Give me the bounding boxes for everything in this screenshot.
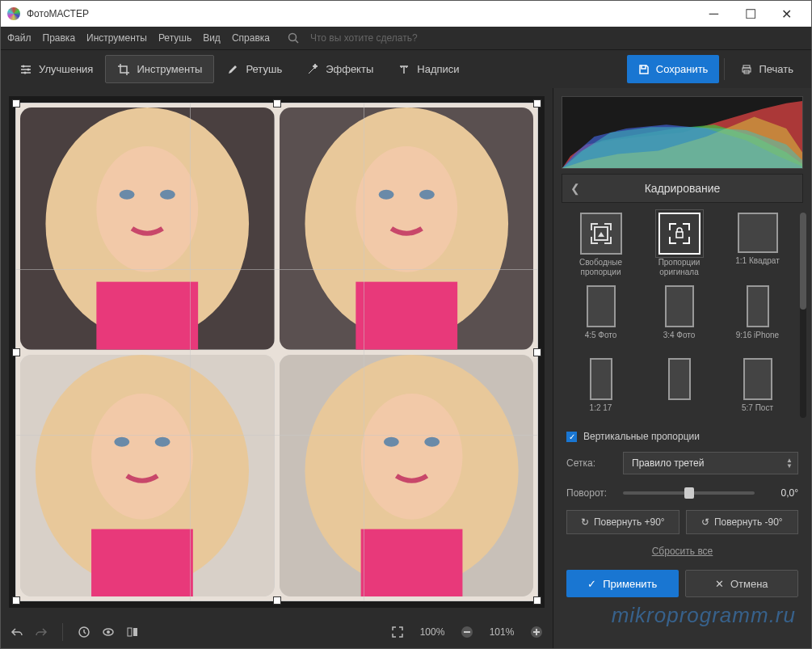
image-canvas[interactable] bbox=[9, 96, 545, 608]
grid-value: Правило третей bbox=[632, 457, 704, 469]
checkbox-icon: ✓ bbox=[566, 432, 577, 442]
svg-point-0 bbox=[288, 34, 296, 41]
vertical-label: Вертикальные пропорции bbox=[583, 431, 700, 442]
x-icon: ✕ bbox=[715, 578, 724, 590]
current-zoom-value[interactable]: 101% bbox=[485, 626, 519, 638]
search-icon[interactable] bbox=[288, 32, 299, 44]
svg-rect-41 bbox=[536, 629, 537, 635]
rotate-minus90-button[interactable]: ↺ Повернуть -90° bbox=[686, 510, 799, 534]
vertical-proportions-checkbox[interactable]: ✓ Вертикальные пропорции bbox=[553, 428, 811, 445]
svg-rect-36 bbox=[133, 628, 137, 636]
maximize-button[interactable]: ☐ bbox=[732, 1, 768, 27]
menu-help[interactable]: Справка bbox=[232, 32, 270, 44]
print-icon bbox=[741, 64, 752, 75]
rotate-slider[interactable] bbox=[623, 491, 755, 495]
crop-handle-br[interactable] bbox=[533, 596, 541, 605]
compare-icon[interactable] bbox=[126, 626, 139, 638]
minimize-button[interactable]: ─ bbox=[696, 1, 732, 27]
search-placeholder[interactable]: Что вы хотите сделать? bbox=[310, 32, 418, 44]
crop-handle-mr[interactable] bbox=[533, 348, 541, 356]
crop-handle-bm[interactable] bbox=[273, 596, 281, 605]
panel-header: ❮ Кадрирование bbox=[562, 174, 803, 203]
window-titlebar: ФотоМАСТЕР ─ ☐ ✕ bbox=[1, 1, 811, 27]
redo-icon[interactable] bbox=[35, 626, 48, 638]
cancel-button[interactable]: ✕ Отмена bbox=[685, 570, 799, 597]
menu-view[interactable]: Вид bbox=[203, 32, 221, 44]
zoom-out-icon[interactable] bbox=[461, 626, 473, 638]
preset-original[interactable]: Пропорцииоригинала bbox=[643, 213, 715, 277]
menu-bar: Файл Правка Инструменты Ретушь Вид Справ… bbox=[1, 27, 811, 49]
crop-handle-bl[interactable] bbox=[12, 596, 20, 605]
tab-effects[interactable]: Эффекты bbox=[294, 55, 385, 83]
fit-screen-icon[interactable] bbox=[391, 626, 404, 638]
apply-button[interactable]: ✓ Применить bbox=[566, 570, 679, 597]
reset-all-link[interactable]: Сбросить все bbox=[553, 539, 811, 563]
right-sidebar: ❮ Кадрирование Свободныепропорции Пропор… bbox=[553, 88, 811, 648]
svg-point-2 bbox=[23, 65, 25, 67]
sliders-icon bbox=[19, 63, 32, 76]
slider-thumb[interactable] bbox=[684, 487, 694, 499]
panel-title: Кадрирование bbox=[645, 182, 721, 195]
preset-5-7[interactable]: 5:7 Пост bbox=[722, 358, 793, 423]
preview-icon[interactable] bbox=[102, 626, 115, 638]
svg-point-4 bbox=[24, 71, 27, 74]
histogram bbox=[562, 96, 803, 169]
menu-file[interactable]: Файл bbox=[7, 32, 32, 44]
fit-zoom-value[interactable]: 100% bbox=[415, 626, 449, 638]
back-icon[interactable]: ❮ bbox=[570, 182, 580, 195]
save-icon bbox=[638, 64, 650, 75]
crop-handle-tm[interactable] bbox=[273, 99, 281, 107]
menu-retouch[interactable]: Ретушь bbox=[158, 32, 191, 44]
crop-icon bbox=[117, 63, 130, 76]
preset-3-4[interactable]: 3:4 Фото bbox=[643, 285, 715, 350]
preset-x2[interactable] bbox=[643, 358, 715, 423]
tab-enhance[interactable]: Улучшения bbox=[7, 55, 105, 83]
presets-scrollbar[interactable] bbox=[800, 213, 806, 418]
menu-edit[interactable]: Правка bbox=[43, 32, 76, 44]
crop-handle-tl[interactable] bbox=[12, 99, 20, 107]
main-toolbar: Улучшения Инструменты Ретушь Эффекты Над… bbox=[1, 49, 811, 88]
tab-enhance-label: Улучшения bbox=[39, 63, 93, 75]
crop-presets-grid: Свободныепропорции Пропорцииоригинала 1:… bbox=[553, 203, 811, 428]
tab-text[interactable]: Надписи bbox=[385, 55, 471, 83]
history-icon[interactable] bbox=[78, 626, 90, 638]
print-button[interactable]: Печать bbox=[730, 55, 805, 83]
preset-free[interactable]: Свободныепропорции bbox=[565, 213, 637, 277]
crop-handle-ml[interactable] bbox=[12, 348, 20, 356]
crop-handle-tr[interactable] bbox=[533, 99, 541, 107]
grid-label: Сетка: bbox=[566, 457, 615, 469]
close-button[interactable]: ✕ bbox=[768, 1, 805, 27]
brush-icon bbox=[226, 63, 239, 76]
tab-retouch-label: Ретушь bbox=[246, 63, 282, 75]
zoom-in-icon[interactable] bbox=[530, 626, 543, 638]
preset-4-5[interactable]: 4:5 Фото bbox=[565, 285, 637, 350]
print-label: Печать bbox=[759, 63, 793, 75]
save-button[interactable]: Сохранить bbox=[627, 55, 720, 83]
undo-icon[interactable] bbox=[11, 626, 23, 638]
preset-1-2[interactable]: 1:2 17 bbox=[565, 358, 637, 423]
menu-tools[interactable]: Инструменты bbox=[86, 32, 147, 44]
tab-tools[interactable]: Инструменты bbox=[105, 55, 214, 83]
rotate-value: 0,0° bbox=[763, 487, 798, 499]
wand-icon bbox=[306, 63, 319, 76]
svg-rect-35 bbox=[128, 628, 132, 636]
grid-select[interactable]: Правило третей ▲▼ bbox=[623, 452, 798, 474]
svg-point-3 bbox=[27, 68, 30, 70]
svg-line-1 bbox=[295, 40, 298, 44]
tab-effects-label: Эффекты bbox=[326, 63, 373, 75]
tab-retouch[interactable]: Ретушь bbox=[214, 55, 294, 83]
canvas-bottombar: 100% 101% bbox=[1, 616, 553, 648]
svg-rect-38 bbox=[464, 631, 470, 633]
rotate-plus90-button[interactable]: ↻ Повернуть +90° bbox=[566, 510, 679, 534]
rotate-ccw-icon: ↺ bbox=[701, 516, 709, 528]
select-arrows-icon: ▲▼ bbox=[786, 457, 793, 469]
save-label: Сохранить bbox=[656, 63, 709, 75]
crop-frame[interactable] bbox=[15, 103, 538, 601]
preset-9-16[interactable]: 9:16 iPhone bbox=[722, 285, 793, 350]
preset-1-1[interactable]: 1:1 Квадрат bbox=[722, 213, 793, 277]
tab-tools-label: Инструменты bbox=[137, 63, 202, 75]
svg-rect-43 bbox=[676, 232, 683, 238]
tab-text-label: Надписи bbox=[417, 63, 459, 75]
app-logo-icon bbox=[7, 7, 20, 20]
rotate-label: Поворот: bbox=[566, 487, 615, 499]
